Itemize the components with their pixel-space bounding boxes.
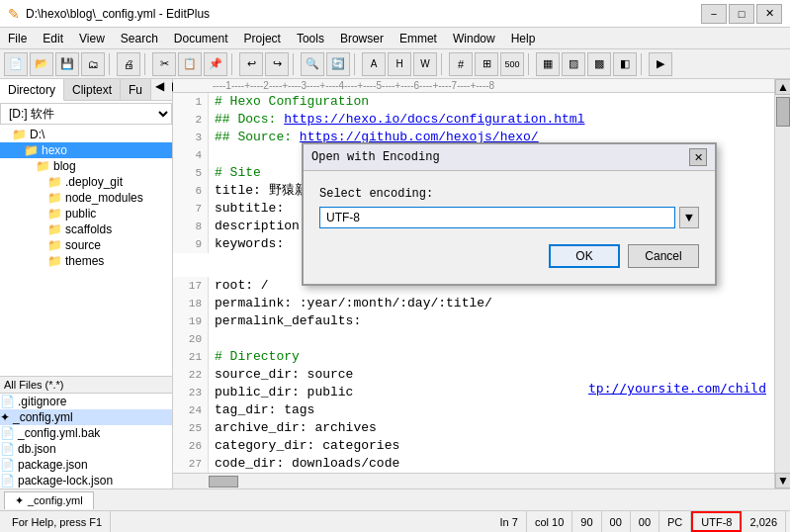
code-area[interactable]: 1 # Hexo Configuration 2 ## Docs: https:… bbox=[173, 93, 774, 473]
tree-item-themes[interactable]: 📁themes bbox=[0, 253, 172, 269]
sep4 bbox=[293, 53, 297, 75]
folder-icon: 📁 bbox=[12, 128, 27, 141]
file-package-lock[interactable]: 📄package-lock.json bbox=[0, 473, 172, 488]
btn-arrow[interactable]: ▶ bbox=[649, 52, 672, 76]
dialog-select-row: ▼ bbox=[319, 207, 699, 228]
tree-item-scaffolds[interactable]: 📁scaffolds bbox=[0, 222, 172, 237]
panel-tab-left[interactable]: ◀ bbox=[151, 79, 168, 100]
h-scrollbar-thumb[interactable] bbox=[209, 476, 238, 488]
file-package[interactable]: 📄package.json bbox=[0, 457, 172, 473]
sep6 bbox=[441, 53, 445, 75]
tree-item-source[interactable]: 📁source bbox=[0, 237, 172, 253]
status-size: 2,026 bbox=[742, 511, 786, 532]
h-scrollbar[interactable] bbox=[173, 473, 774, 488]
copy-button[interactable]: 📋 bbox=[178, 52, 202, 76]
dialog-close-button[interactable]: ✕ bbox=[689, 148, 707, 166]
tree-item-blog[interactable]: 📁blog bbox=[0, 158, 172, 174]
btn-hash[interactable]: # bbox=[449, 52, 473, 76]
line-24: 24 tag_dir: tags bbox=[173, 401, 774, 419]
window-controls: − □ ✕ bbox=[701, 4, 782, 24]
undo-button[interactable]: ↩ bbox=[239, 52, 263, 76]
menu-file[interactable]: File bbox=[0, 28, 35, 48]
replace-button[interactable]: 🔄 bbox=[326, 52, 350, 76]
btn-a[interactable]: A bbox=[362, 52, 386, 76]
file-tab-config[interactable]: ✦ _config.yml bbox=[4, 491, 94, 509]
menu-edit[interactable]: Edit bbox=[35, 28, 71, 48]
line-19: 19 permalink_defaults: bbox=[173, 312, 774, 330]
title-bar: ✎ D:\hexo\blog\_config.yml - EditPlus − … bbox=[0, 0, 790, 28]
menu-browser[interactable]: Browser bbox=[332, 28, 392, 48]
status-num3: 00 bbox=[631, 511, 659, 532]
sep3 bbox=[231, 53, 235, 75]
status-pc: PC bbox=[659, 511, 691, 532]
tree-item-deploy[interactable]: 📁.deploy_git bbox=[0, 174, 172, 190]
menu-project[interactable]: Project bbox=[236, 28, 289, 48]
save-button[interactable]: 💾 bbox=[55, 52, 79, 76]
btn-w[interactable]: W bbox=[413, 52, 437, 76]
menu-emmet[interactable]: Emmet bbox=[392, 28, 445, 48]
file-icon-bak: 📄 bbox=[0, 426, 15, 440]
menu-help[interactable]: Help bbox=[503, 28, 544, 48]
tab-fu[interactable]: Fu bbox=[121, 79, 151, 100]
tree-item-hexo[interactable]: 📁hexo bbox=[0, 142, 172, 158]
file-icon-pkg: 📄 bbox=[0, 458, 15, 472]
encoding-dropdown-arrow[interactable]: ▼ bbox=[679, 207, 699, 228]
ok-button[interactable]: OK bbox=[549, 244, 620, 268]
save-all-button[interactable]: 🗂 bbox=[81, 52, 105, 76]
tree-item-nodemodules[interactable]: 📁node_modules bbox=[0, 190, 172, 206]
cut-button[interactable]: ✂ bbox=[152, 52, 176, 76]
status-help: For Help, press F1 bbox=[4, 511, 111, 532]
file-gitignore[interactable]: 📄.gitignore bbox=[0, 394, 172, 409]
btn-b4[interactable]: ◧ bbox=[613, 52, 637, 76]
directory-tree: [D:] 软件 📁D:\ 📁hexo 📁blog 📁.deploy_git 📁n… bbox=[0, 101, 172, 376]
menu-tools[interactable]: Tools bbox=[289, 28, 332, 48]
find-button[interactable]: 🔍 bbox=[301, 52, 324, 76]
file-tab-icon: ✦ bbox=[15, 494, 24, 507]
line-22: 22 source_dir: source bbox=[173, 366, 774, 384]
file-config-yml[interactable]: ✦_config.yml bbox=[0, 409, 172, 425]
scroll-down-button[interactable]: ▼ bbox=[775, 473, 790, 488]
scroll-thumb[interactable] bbox=[776, 97, 790, 127]
file-config-bak[interactable]: 📄_config.yml.bak bbox=[0, 425, 172, 441]
dialog-title-text: Open with Encoding bbox=[311, 150, 440, 164]
window-title: D:\hexo\blog\_config.yml - EditPlus bbox=[26, 7, 701, 21]
menu-document[interactable]: Document bbox=[166, 28, 236, 48]
tree-item-d[interactable]: 📁D:\ bbox=[0, 127, 172, 142]
drive-dropdown[interactable]: [D:] 软件 bbox=[0, 103, 172, 125]
toolbar: 📄 📂 💾 🗂 🖨 ✂ 📋 📌 ↩ ↪ 🔍 🔄 A H W # ⊞ 500 ▦ … bbox=[0, 49, 790, 79]
file-size: 2,026 bbox=[749, 516, 777, 528]
status-encoding[interactable]: UTF-8 bbox=[691, 511, 742, 532]
btn-b3[interactable]: ▩ bbox=[587, 52, 611, 76]
folder-icon-blog: 📁 bbox=[36, 159, 50, 173]
menu-window[interactable]: Window bbox=[445, 28, 503, 48]
scroll-up-button[interactable]: ▲ bbox=[775, 79, 790, 95]
help-text: For Help, press F1 bbox=[12, 516, 102, 528]
line-27: 27 code_dir: downloads/code bbox=[173, 455, 774, 473]
menu-view[interactable]: View bbox=[71, 28, 113, 48]
btn-h[interactable]: H bbox=[388, 52, 411, 76]
btn-500[interactable]: 500 bbox=[500, 52, 524, 76]
file-list: All Files (*.*) 📄.gitignore ✦_config.yml… bbox=[0, 376, 172, 488]
close-button[interactable]: ✕ bbox=[756, 4, 782, 24]
print-button[interactable]: 🖨 bbox=[117, 52, 140, 76]
tab-directory[interactable]: Directory bbox=[0, 79, 64, 101]
new-button[interactable]: 📄 bbox=[4, 52, 28, 76]
line-indicator: In 7 bbox=[500, 516, 518, 528]
btn-grid[interactable]: ⊞ bbox=[475, 52, 498, 76]
cancel-button[interactable]: Cancel bbox=[628, 244, 699, 268]
menu-search[interactable]: Search bbox=[113, 28, 166, 48]
tree-item-public[interactable]: 📁public bbox=[0, 206, 172, 222]
redo-button[interactable]: ↪ bbox=[265, 52, 289, 76]
file-db-json[interactable]: 📄db.json bbox=[0, 441, 172, 457]
btn-b1[interactable]: ▦ bbox=[536, 52, 560, 76]
tab-cliptext[interactable]: Cliptext bbox=[64, 79, 121, 100]
open-button[interactable]: 📂 bbox=[30, 52, 53, 76]
v-scrollbar[interactable]: ▲ ▼ bbox=[774, 79, 790, 488]
paste-button[interactable]: 📌 bbox=[204, 52, 227, 76]
open-encoding-dialog: Open with Encoding ✕ Select encoding: ▼ … bbox=[302, 142, 717, 286]
maximize-button[interactable]: □ bbox=[729, 4, 754, 24]
minimize-button[interactable]: − bbox=[701, 4, 727, 24]
num3: 00 bbox=[639, 516, 651, 528]
btn-b2[interactable]: ▨ bbox=[562, 52, 585, 76]
encoding-input[interactable] bbox=[319, 207, 675, 228]
